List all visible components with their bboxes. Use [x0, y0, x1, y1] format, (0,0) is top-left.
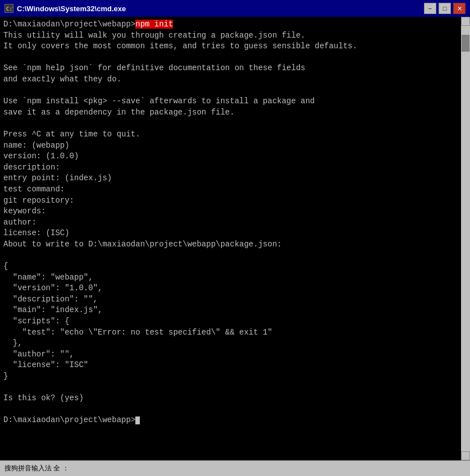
terminal-line: git repository:: [3, 195, 467, 207]
terminal-line: [3, 85, 467, 97]
terminal-prompt-line: D:\maxiaodan\project\webapp>: [3, 415, 467, 426]
terminal-line: description:: [3, 162, 467, 173]
terminal-line: license: (ISC): [3, 228, 467, 239]
title-bar: C:\ C:\Windows\System32\cmd.exe − □ ✕: [0, 0, 470, 17]
terminal-line: [3, 382, 467, 393]
terminal-line: [3, 118, 467, 129]
svg-text:C:\: C:\: [6, 6, 13, 12]
scroll-up-button[interactable]: ▲: [461, 17, 470, 26]
terminal-line: and exactly what they do.: [3, 74, 467, 85]
terminal-line: "name": "webapp",: [3, 272, 467, 283]
window-controls: − □ ✕: [424, 3, 466, 14]
terminal-line: name: (webapp): [3, 140, 467, 152]
terminal-line: author:: [3, 217, 467, 228]
terminal-line: "description": "",: [3, 294, 467, 305]
ime-status: 搜狗拼音输入法 全 ：: [4, 464, 69, 473]
terminal-line: }: [3, 371, 467, 382]
terminal-line: Press ^C at any time to quit.: [3, 129, 467, 140]
terminal-line: [3, 52, 467, 63]
terminal-line: keywords:: [3, 206, 467, 217]
terminal-line: Use `npm install <pkg> --save` afterward…: [3, 96, 467, 107]
terminal-line: },: [3, 338, 467, 349]
terminal-line: version: (1.0.0): [3, 151, 467, 162]
maximize-button[interactable]: □: [439, 3, 451, 14]
terminal-line: See `npm help json` for definitive docum…: [3, 63, 467, 74]
close-button[interactable]: ✕: [453, 3, 466, 14]
terminal-body[interactable]: D:\maxiaodan\project\webapp>npm init Thi…: [0, 17, 470, 460]
terminal-line: save it as a dependency in the package.j…: [3, 107, 467, 118]
scrollbar-thumb[interactable]: [462, 35, 469, 52]
minimize-button[interactable]: −: [424, 3, 436, 14]
terminal-line: About to write to D:\maxiaodan\project\w…: [3, 239, 467, 250]
terminal-line: "scripts": {: [3, 316, 467, 327]
window-title: C:\Windows\System32\cmd.exe: [17, 4, 126, 13]
terminal-line: This utility will walk you through creat…: [3, 30, 467, 42]
terminal-line: {: [3, 261, 467, 272]
cursor-block: [135, 417, 140, 424]
terminal-line: [3, 404, 467, 415]
terminal-line: "version": "1.0.0",: [3, 283, 467, 294]
terminal-line: "license": "ISC": [3, 360, 467, 371]
terminal-line: entry point: (index.js): [3, 173, 467, 184]
terminal-line: "test": "echo \"Error: no test specified…: [3, 327, 467, 338]
scrollbar[interactable]: ▲ ▼: [461, 17, 470, 460]
terminal-line: test command:: [3, 184, 467, 195]
terminal-line: D:\maxiaodan\project\webapp>npm init: [3, 19, 467, 30]
terminal-content: D:\maxiaodan\project\webapp>npm init Thi…: [3, 19, 467, 458]
terminal-line: It only covers the most common items, an…: [3, 41, 467, 52]
status-bar: 搜狗拼音输入法 全 ：: [0, 460, 470, 476]
terminal-line: "main": "index.js",: [3, 305, 467, 316]
terminal-line: [3, 250, 467, 261]
scroll-down-button[interactable]: ▼: [461, 451, 470, 460]
cmd-window: C:\ C:\Windows\System32\cmd.exe − □ ✕ D:…: [0, 0, 470, 476]
cmd-icon: C:\: [4, 4, 13, 13]
terminal-line: "author": "",: [3, 349, 467, 360]
title-bar-left: C:\ C:\Windows\System32\cmd.exe: [4, 4, 126, 13]
terminal-line: Is this ok? (yes): [3, 393, 467, 404]
